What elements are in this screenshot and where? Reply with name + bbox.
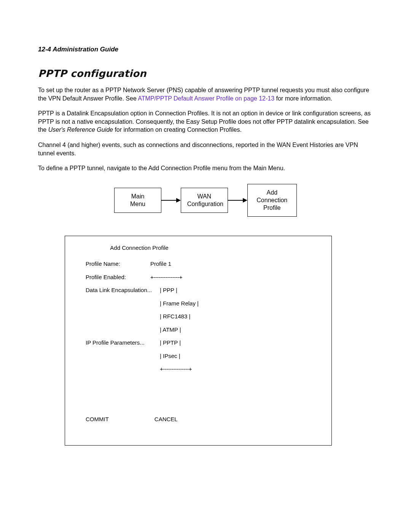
paragraph-4: To define a PPTP tunnel, navigate to the… — [38, 164, 373, 173]
commit-button[interactable]: COMMIT — [86, 416, 109, 422]
option-atmp[interactable]: ATMP — [162, 326, 178, 333]
navigation-flowchart: Main Menu WAN Configuration Add Connecti… — [114, 184, 297, 217]
document-page: 12-4 Administration Guide PPTP configura… — [0, 0, 411, 484]
terminal-screenshot: Add Connection Profile Profile Name:Prof… — [65, 236, 332, 446]
page-number: 12-4 — [38, 46, 51, 53]
flow-box-main-menu: Main Menu — [114, 188, 161, 213]
option-ppp[interactable]: PPP — [163, 287, 174, 293]
reference-guide-title: User's Reference Guide — [48, 126, 113, 133]
option-frame-relay[interactable]: Frame Relay — [163, 300, 196, 307]
flow-box-add-connection: Add Connection Profile — [247, 184, 297, 217]
terminal-title: Add Connection Profile — [84, 244, 194, 251]
section-title: PPTP configuration — [38, 68, 373, 79]
options-border-top: +---------------+ — [150, 274, 182, 280]
cancel-button[interactable]: CANCEL — [155, 416, 178, 422]
arrow-icon — [228, 198, 247, 203]
arrow-icon — [161, 198, 181, 203]
page-header: 12-4 Administration Guide — [38, 46, 373, 53]
option-ipsec[interactable]: IPsec — [163, 353, 177, 359]
paragraph-2: PPTP is a Datalink Encapsulation option … — [38, 109, 373, 134]
value-profile-name: Profile 1 — [150, 260, 171, 267]
label-data-link: Data Link Encapsulation... — [86, 287, 160, 293]
option-pptp[interactable]: PPTP — [163, 339, 178, 346]
paragraph-3: Channel 4 (and higher) events, such as c… — [38, 141, 373, 157]
label-profile-name: Profile Name: — [86, 260, 150, 267]
flow-box-wan-config: WAN Configuration — [181, 188, 228, 213]
label-ip-params: IP Profile Parameters... — [86, 339, 160, 346]
terminal-body: Profile Name:Profile 1 Profile Enabled:+… — [76, 254, 320, 385]
option-rfc1483[interactable]: RFC1483 — [163, 313, 187, 320]
paragraph-1: To set up the router as a PPTP Network S… — [38, 86, 373, 102]
options-border-bottom: +---------------+ — [160, 366, 192, 372]
cross-ref-link[interactable]: ATMP/PPTP Default Answer Profile on page… — [138, 95, 274, 102]
doc-title: Administration Guide — [53, 46, 118, 53]
label-profile-enabled: Profile Enabled: — [86, 274, 150, 280]
